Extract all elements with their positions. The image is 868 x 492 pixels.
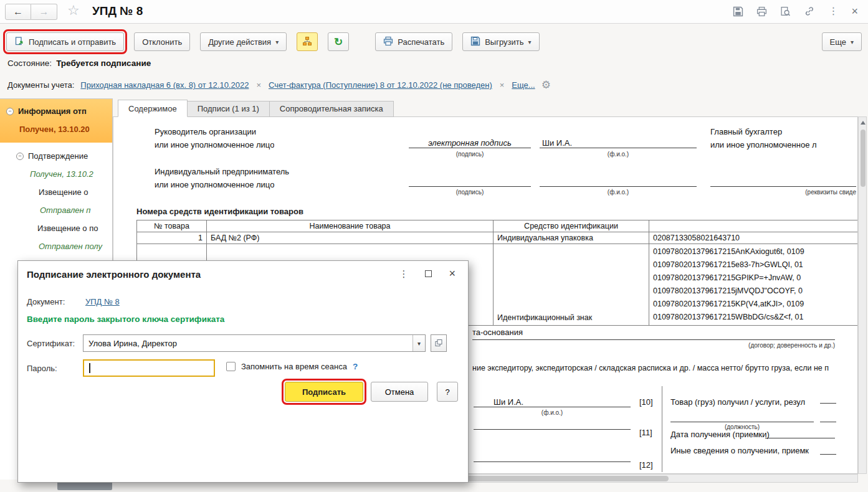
- help-button[interactable]: ?: [437, 382, 458, 402]
- more-label: Еще: [830, 37, 846, 47]
- requisites-line: [710, 167, 856, 187]
- line-segment: [820, 446, 836, 455]
- receive-date-label: Дата получения (приемки): [670, 430, 770, 439]
- tree-item-status: Отправлен полу: [0, 242, 112, 251]
- table-row: 1 БАД №2 (РФ) Индивидуальная упаковка 02…: [137, 232, 859, 244]
- remember-checkbox[interactable]: [226, 362, 236, 371]
- certificate-dropdown-icon[interactable]: ▾: [413, 335, 425, 351]
- link-icon[interactable]: [804, 6, 815, 17]
- status-value: Требуется подписание: [56, 59, 151, 68]
- tab-signatures[interactable]: Подписи (1 из 1): [188, 101, 270, 117]
- back-icon: ←: [13, 6, 23, 17]
- chevron-down-icon: ▾: [528, 39, 531, 45]
- print-document-button[interactable]: Распечатать: [375, 32, 452, 51]
- tree-item-label: Информация отп: [18, 106, 87, 116]
- row-num: 1: [137, 232, 207, 244]
- sign-caption: (подпись): [409, 151, 531, 158]
- decline-label: Отклонить: [142, 37, 182, 47]
- tree-item-confirmation[interactable]: − Подтверждение: [0, 151, 112, 161]
- sign-and-send-label: Подписать и отправить: [29, 37, 116, 47]
- back-button[interactable]: ←: [5, 4, 31, 20]
- chevron-down-icon: ▾: [851, 39, 854, 45]
- column-divider: [662, 386, 662, 472]
- kebab-menu-icon[interactable]: ⋮: [828, 6, 838, 16]
- forward-button[interactable]: →: [31, 4, 57, 20]
- export-save-icon: [470, 36, 480, 48]
- ref11-line: [474, 421, 631, 430]
- print-icon[interactable]: [756, 6, 767, 17]
- sign-button[interactable]: Подписать: [285, 382, 363, 402]
- title-bar: ← → ☆ УПД № 8 ⋮ ×: [0, 0, 868, 24]
- row-ident: Индивидуальная упаковка: [494, 232, 649, 244]
- gear-icon[interactable]: ⚙: [541, 80, 551, 90]
- print-label: Распечатать: [398, 37, 444, 47]
- fio-line: [540, 167, 697, 187]
- chevron-down-icon: ▾: [275, 39, 279, 45]
- choose-from-list-icon: [435, 339, 442, 347]
- ref12-line: [474, 455, 631, 462]
- remove-doc-icon[interactable]: ×: [498, 80, 506, 90]
- docs-more-link[interactable]: Еще...: [512, 80, 535, 90]
- date-line: [765, 430, 835, 438]
- tree-item-info[interactable]: − Информация отп Получен, 13.10.20: [0, 99, 112, 143]
- more-button[interactable]: Еще ▾: [822, 32, 862, 51]
- tab-content[interactable]: Содержимое: [118, 100, 188, 117]
- dialog-maximize-icon[interactable]: [425, 270, 432, 277]
- close-window-icon[interactable]: ×: [851, 6, 858, 17]
- export-button[interactable]: Выгрузить ▾: [462, 32, 539, 51]
- sign-and-send-button[interactable]: Подписать и отправить: [6, 32, 124, 51]
- row-codes: 0109780201379617215AnKAxiogut6t, 0109 01…: [649, 244, 859, 326]
- row-code: 02087133058021643710: [649, 232, 859, 244]
- remember-row: Запомнить на время сеанса ?: [226, 362, 358, 371]
- received-title: Товар (груз) получил / услуги, резул: [670, 397, 834, 407]
- remove-doc-icon[interactable]: ×: [255, 80, 262, 90]
- collapse-icon[interactable]: −: [16, 153, 24, 160]
- dialog-kebab-icon[interactable]: ⋮: [399, 269, 408, 278]
- dialog-window-controls: ⋮ ×: [399, 268, 455, 279]
- structure-icon: [302, 36, 312, 48]
- receiver-fio: Ши И.А.: [474, 389, 631, 407]
- ident-table-title: Номера средств идентификации товаров: [136, 207, 303, 216]
- other-actions-button[interactable]: Другие действия ▾: [200, 32, 287, 51]
- col-num-header: № товара: [137, 220, 207, 232]
- preview-icon[interactable]: [780, 6, 791, 17]
- route-structure-button[interactable]: [297, 32, 318, 51]
- printer-icon: [383, 36, 393, 48]
- basis-caption: (договор; доверенность и др.): [548, 342, 835, 349]
- vertical-scrollbar-thumb[interactable]: [861, 130, 866, 187]
- remember-help-icon[interactable]: ?: [353, 362, 358, 371]
- tree-item-label: Подтверждение: [28, 151, 88, 161]
- fio-caption: (ф.и.о.): [474, 409, 631, 416]
- doc-link-vat-invoice[interactable]: Счет-фактура (Поступление) 8 от 12.10.20…: [269, 80, 492, 90]
- tree-item-notice-2[interactable]: Извещение о по: [0, 224, 112, 233]
- password-label: Пароль:: [27, 364, 57, 373]
- document-link[interactable]: УПД № 8: [85, 297, 120, 306]
- col-code-header: [649, 220, 859, 232]
- fio-caption: (ф.и.о.): [540, 189, 697, 196]
- tree-item-label: Извещение о по: [37, 224, 98, 233]
- vertical-scrollbar[interactable]: [858, 116, 867, 474]
- certificate-input[interactable]: [83, 335, 413, 351]
- row-ident: Идентификационный знак: [494, 244, 649, 326]
- line-segment: [820, 411, 836, 422]
- doc-link-invoice[interactable]: Приходная накладная 6 (вх. 8) от 12.10.2…: [80, 80, 249, 90]
- certificate-choose-button[interactable]: [431, 334, 447, 352]
- save-icon[interactable]: [733, 6, 743, 17]
- forward-icon: →: [39, 6, 49, 17]
- refresh-button[interactable]: ↻: [328, 32, 349, 51]
- cancel-button[interactable]: Отмена: [371, 382, 428, 402]
- tab-cover-note[interactable]: Сопроводительная записка: [270, 101, 394, 117]
- fio-caption: (ф.и.о.): [540, 151, 697, 158]
- dialog-close-icon[interactable]: ×: [449, 268, 455, 279]
- decline-button[interactable]: Отклонить: [134, 32, 190, 51]
- tree-item-notice-1[interactable]: Извещение о: [0, 187, 112, 197]
- accounting-docs-row: Документы учета: Приходная накладная 6 (…: [7, 80, 551, 90]
- collapse-icon[interactable]: −: [6, 108, 14, 115]
- dialog-title: Подписание электронного документа: [27, 269, 201, 280]
- other-info-label: Иные сведения о получении, приемк: [670, 446, 834, 455]
- cargo-text-fragment: ние экспедитору, экспедиторская / складс…: [472, 364, 836, 372]
- password-input[interactable]: [84, 361, 214, 376]
- certificate-combobox[interactable]: ▾: [83, 334, 426, 352]
- scroll-up-arrow-icon[interactable]: [861, 121, 866, 125]
- favorite-star-icon[interactable]: ☆: [67, 2, 80, 19]
